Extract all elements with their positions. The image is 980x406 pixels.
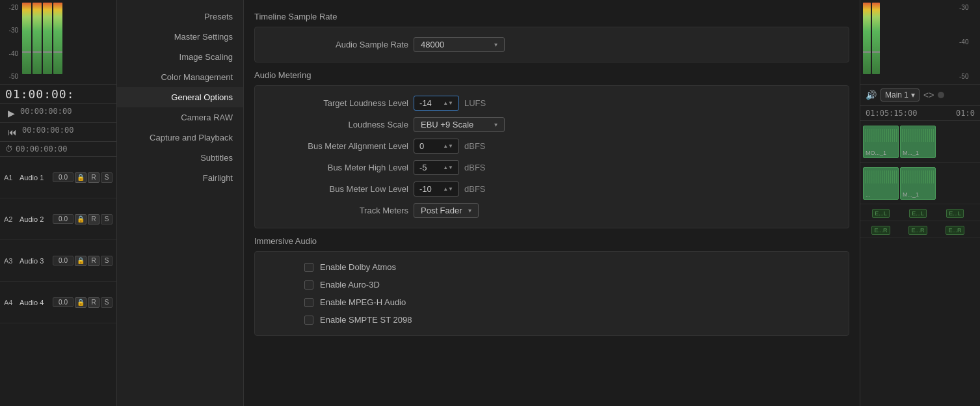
nav-general-options[interactable]: General Options	[117, 87, 243, 107]
timeline-section-title: Timeline Sample Rate	[254, 12, 849, 21]
right-meter-label-50: -50	[959, 73, 977, 80]
track-controls-a2: 0.0 🔒 R S	[53, 214, 113, 224]
bus-meter-alignment-row: Bus Meter Alignment Level 0 ▲▼ dBFS	[265, 135, 838, 157]
clip-item-m1[interactable]: M..._1	[900, 126, 936, 158]
mpeg-h-label: Enable MPEG-H Audio	[320, 297, 406, 307]
nav-image-scaling[interactable]: Image Scaling	[117, 47, 243, 67]
play-forward-button[interactable]: ▶	[5, 107, 18, 120]
auro-3d-checkbox[interactable]	[304, 280, 313, 290]
s-btn-a2[interactable]: S	[101, 214, 113, 224]
bus-meter-alignment-value: 0	[419, 141, 424, 151]
timecode-row: 01:00:00:	[0, 85, 116, 104]
track-id-a2: A2	[4, 215, 17, 223]
clip-item-mo1[interactable]: MO..._1	[863, 126, 899, 158]
immersive-audio-card: Enable Dolby Atmos Enable Auro-3D Enable…	[254, 251, 849, 336]
loudness-scale-label: Loudness Scale	[265, 120, 408, 129]
lock-btn-a2[interactable]: 🔒	[75, 214, 86, 224]
spin-arrows-low: ▲▼	[443, 187, 453, 192]
smpte-2098-checkbox[interactable]	[304, 316, 313, 325]
bus-meter-high-input[interactable]: -5 ▲▼	[414, 160, 459, 175]
output-dropdown[interactable]: Main 1 ▾	[881, 88, 920, 102]
clip-label-mo1: MO..._1	[866, 150, 886, 156]
nav-color-management[interactable]: Color Management	[117, 67, 243, 87]
audio-sample-rate-label: Audio Sample Rate	[265, 40, 408, 49]
loudness-scale-value: EBU +9 Scale	[421, 120, 473, 129]
play-back-button[interactable]: ⏮	[5, 126, 20, 139]
mpeg-h-checkbox[interactable]	[304, 298, 313, 307]
nav-camera-raw[interactable]: Camera RAW	[117, 107, 243, 128]
dolby-atmos-label: Enable Dolby Atmos	[320, 262, 396, 272]
timecode-right-1: 01:05:15:00	[866, 109, 917, 118]
lock-btn-a3[interactable]: 🔒	[75, 256, 86, 266]
track-id-a4: A4	[4, 299, 17, 306]
r-btn-a4[interactable]: R	[88, 297, 99, 308]
track-name-a1: Audio 1	[20, 174, 50, 182]
immersive-options: Enable Dolby Atmos Enable Auro-3D Enable…	[265, 258, 838, 329]
audio-sample-rate-dropdown[interactable]: 48000 ▾	[414, 37, 505, 52]
fader-val-a1: 0.0	[53, 172, 73, 182]
timeline-card: Audio Sample Rate 48000 ▾	[254, 27, 849, 62]
bus-meter-alignment-unit: dBFS	[464, 141, 490, 151]
clip-item-dots[interactable]: ...	[863, 167, 899, 200]
main-content: Timeline Sample Rate Audio Sample Rate 4…	[244, 0, 860, 406]
mpeg-h-row: Enable MPEG-H Audio	[304, 293, 838, 311]
right-meter-label-40: -40	[959, 38, 977, 46]
clip-item-m2[interactable]: M..._1	[900, 167, 936, 200]
meter-labels: -20 -30 -40 -50	[3, 3, 21, 81]
meter-bar-4	[53, 3, 62, 74]
track-controls-a3: 0.0 🔒 R S	[53, 256, 113, 266]
s-btn-a4[interactable]: S	[101, 297, 113, 308]
track-controls-a4: 0.0 🔒 R S	[53, 297, 113, 308]
clip-label-dots: ...	[866, 191, 871, 198]
nav-presets[interactable]: Presets	[117, 7, 243, 27]
track-meters-dropdown[interactable]: Post Fader ▾	[414, 203, 479, 218]
bus-meter-high-label: Bus Meter High Level	[265, 163, 408, 172]
track-controls-a1: 0.0 🔒 R S	[53, 172, 113, 183]
auro-3d-row: Enable Auro-3D	[304, 276, 838, 293]
clip-label-m1: M..._1	[903, 150, 919, 156]
dolby-atmos-checkbox[interactable]	[304, 263, 313, 272]
immersive-audio-title: Immersive Audio	[254, 236, 849, 246]
clip-label-item-r1: E...R	[863, 224, 899, 235]
clip-row-labels-l: E...L E...L E...L E...L E...L	[860, 204, 980, 221]
meter-label-40: -40	[3, 50, 18, 57]
audio-metering-card: Target Loudness Level -14 ▲▼ LUFS Loudne…	[254, 85, 849, 228]
track-clips: MO..._1 M..._1 ... M..._1 E...L E...L E.…	[860, 121, 980, 406]
clip-label-item-l2: E...L	[900, 208, 936, 218]
r-btn-a1[interactable]: R	[88, 172, 99, 183]
meter-bars	[22, 3, 114, 81]
fader-val-a3: 0.0	[53, 256, 73, 265]
nav-subtitles[interactable]: Subtitles	[117, 148, 243, 168]
bus-meter-alignment-input[interactable]: 0 ▲▼	[414, 139, 459, 154]
audio-track-a4: A4 Audio 4 0.0 🔒 R S	[0, 282, 116, 323]
timecode-sub-3: 00:00:00:00	[16, 144, 67, 154]
lock-btn-a1[interactable]: 🔒	[75, 172, 86, 183]
meter-label-20: -20	[3, 4, 18, 11]
chevron-down-track-meters: ▾	[468, 207, 471, 214]
meter-label-50: -50	[3, 73, 18, 80]
loudness-scale-dropdown[interactable]: EBU +9 Scale ▾	[414, 117, 505, 132]
nav-fairlight[interactable]: Fairlight	[117, 168, 243, 188]
lock-btn-a4[interactable]: 🔒	[75, 297, 86, 308]
right-meter-section: -30 -40 -50	[860, 0, 980, 85]
meter-section: -20 -30 -40 -50	[0, 0, 116, 85]
target-loudness-input[interactable]: -14 ▲▼	[414, 96, 459, 111]
nav-master-settings[interactable]: Master Settings	[117, 27, 243, 47]
track-meters-row: Track Meters Post Fader ▾	[265, 200, 838, 221]
track-name-a3: Audio 3	[20, 257, 50, 265]
s-btn-a1[interactable]: S	[101, 172, 113, 183]
code-icon[interactable]: <>	[923, 90, 934, 100]
r-btn-a3[interactable]: R	[88, 256, 99, 266]
timecode-sub-2: 00:00:00:00	[22, 126, 73, 139]
clip-label-m2: M..._1	[903, 191, 919, 198]
r-btn-a2[interactable]: R	[88, 214, 99, 224]
right-panel: -30 -40 -50 🔊 Main 1 ▾ <> 01:05:15:00 01…	[860, 0, 980, 406]
bus-meter-low-input[interactable]: -10 ▲▼	[414, 182, 459, 196]
track-meters-label: Track Meters	[265, 206, 408, 215]
timecode-sub-1: 00:00:00:00	[20, 107, 72, 120]
output-label: Main 1	[885, 90, 908, 100]
s-btn-a3[interactable]: S	[101, 256, 113, 266]
right-timecode: 01:05:15:00 01:0	[860, 106, 980, 121]
nav-capture-playback[interactable]: Capture and Playback	[117, 128, 243, 148]
timecode-right-2: 01:0	[956, 109, 975, 118]
